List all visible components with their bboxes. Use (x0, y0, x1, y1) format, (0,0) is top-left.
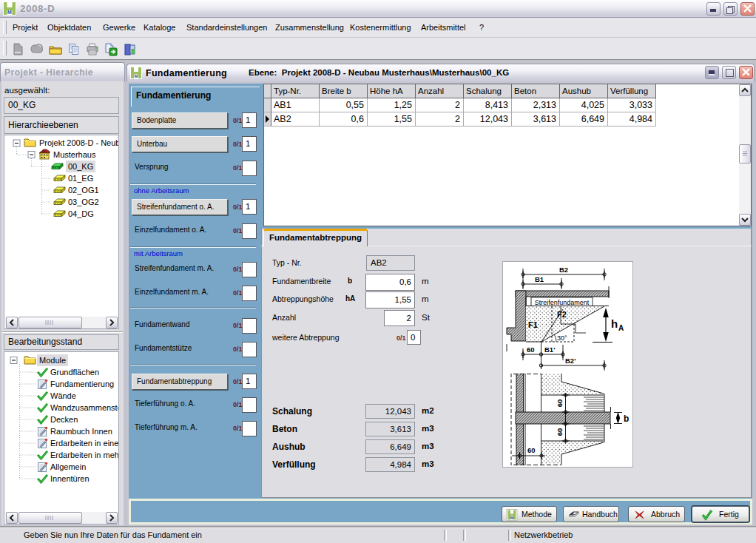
svg-text:M: M (135, 74, 138, 78)
svg-text:B2: B2 (559, 266, 568, 274)
svg-text:M: M (510, 516, 514, 520)
svg-text:F1: F1 (528, 320, 538, 329)
svg-text:b: b (624, 414, 629, 424)
svg-text:B2': B2' (565, 357, 576, 365)
svg-text:60: 60 (527, 446, 536, 454)
svg-text:h: h (611, 317, 618, 330)
svg-text:M: M (7, 10, 12, 15)
svg-text:60: 60 (556, 428, 564, 436)
svg-text:B1': B1' (544, 345, 555, 354)
svg-text:30°: 30° (557, 334, 567, 342)
svg-text:60: 60 (527, 345, 535, 354)
svg-text:F2: F2 (557, 310, 567, 319)
svg-text:B1: B1 (535, 275, 544, 283)
svg-text:60: 60 (556, 399, 564, 408)
svg-text:A: A (618, 324, 624, 332)
svg-text:Streifenfundament: Streifenfundament (535, 299, 590, 306)
